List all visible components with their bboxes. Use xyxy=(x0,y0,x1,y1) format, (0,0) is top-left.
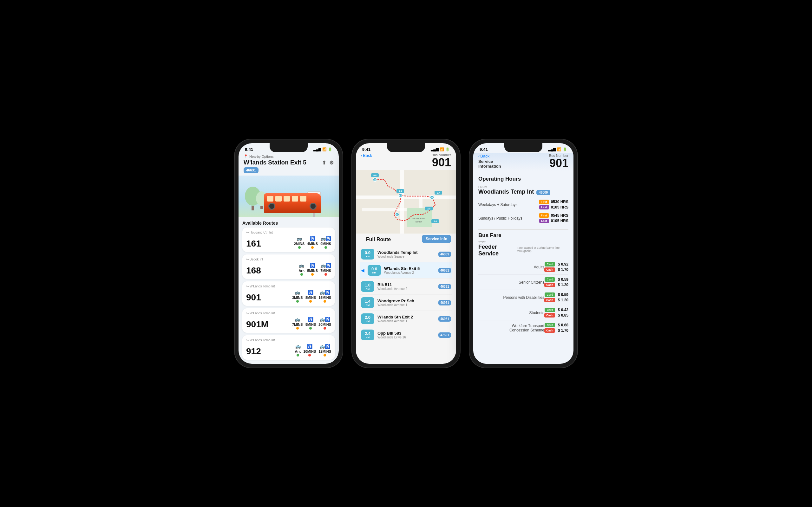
time-val: Arr. xyxy=(299,269,305,273)
fare-prices-workfare: Card $ 0.68 Cash $ 1.70 xyxy=(544,323,568,333)
fare-category-workfare: Workfare Transport Concession Scheme xyxy=(478,324,544,332)
time-val: 7MINS xyxy=(292,323,303,326)
route-dest-912: ↪W'Lands Temp Int xyxy=(246,338,331,342)
sunday-label: Sundays / Public Holidays xyxy=(478,216,522,221)
time-val: 7MINS xyxy=(320,269,331,273)
stop-item-5[interactable]: 2.4 KM Opp Blk 583 Woodlands Drive 16 47… xyxy=(360,327,452,343)
route-times-912: 🚌 Arr. ♿ 10MINS 🚌♿ xyxy=(295,344,331,356)
time-val: 4MINS xyxy=(307,242,318,245)
time-block-1: 🚌 Arr. xyxy=(295,344,301,356)
stop-item-3[interactable]: 1.4 KM Woodgrove Pr Sch Woodlands Avenue… xyxy=(360,295,452,311)
fare-table: Adults Card $ 0.92 Cash $ 1.70 xyxy=(478,260,568,335)
dot xyxy=(311,273,314,276)
signal-icon: ▂▄▆ xyxy=(548,147,556,152)
route-dest-168: ↪Bedok Int xyxy=(246,258,331,261)
route-card-901[interactable]: ↪W'Lands Temp Int 901 🚌 3MINS xyxy=(242,281,335,306)
first-tag-row-2: First 0545 HRS xyxy=(539,213,568,218)
back-button-3[interactable]: ‹ Back xyxy=(478,154,501,158)
time-block-2: ♿ 8MINS xyxy=(305,290,316,302)
bus-wheelchair-icon: 🚌♿ xyxy=(320,263,331,268)
share-icon[interactable]: ⬆ xyxy=(322,160,326,166)
time-val: 9MINS xyxy=(305,323,316,326)
from-label: FROM xyxy=(478,185,568,188)
time-val: 2MINS xyxy=(294,242,305,245)
card-tag: Card xyxy=(545,292,555,297)
time-block-1: 🚌 2MINS xyxy=(294,236,305,249)
stop-code-3: 46971 xyxy=(438,300,451,305)
time-val: 10MINS xyxy=(304,349,316,353)
first-tag-row: First 0530 HRS xyxy=(539,200,568,204)
fare-prices-senior: Card $ 0.59 Cash $ 1.20 xyxy=(544,277,568,287)
route-card-168[interactable]: ↪Bedok Int 168 🚌 Arr. xyxy=(242,255,335,279)
settings-icon[interactable]: ⚙ xyxy=(329,160,334,166)
bus-wheels-row xyxy=(264,204,321,210)
cash-amount-senior: $ 1.20 xyxy=(557,283,568,287)
stop-list: 0.0 KM Woodlands Temp Int Woodlands Squa… xyxy=(356,246,456,364)
svg-text:Woodlands: Woodlands xyxy=(412,217,425,220)
route-card-901m[interactable]: ↪W'Lands Temp Int 901M 🚌 7MINS xyxy=(242,308,335,333)
time-val: 15MINS xyxy=(318,296,331,299)
notch-2 xyxy=(387,143,425,152)
phone2-header: ‹ Back Bus Number 901 xyxy=(356,153,456,170)
time-block-1: 🚌 7MINS xyxy=(292,317,303,330)
km-badge-2: 1.0 KM xyxy=(361,281,374,292)
map-svg: Woodlands South 5.6 1.0 4.1 2.9 0.6 xyxy=(356,170,456,233)
fare-category-pwd: Persons with Disabilities xyxy=(478,295,544,300)
route-card-912[interactable]: ↪W'Lands Temp Int 912 🚌 Arr. xyxy=(242,335,335,360)
fare-prices-adults: Card $ 0.92 Cash $ 1.70 xyxy=(544,262,568,272)
stop-item-0[interactable]: 0.0 KM Woodlands Temp Int Woodlands Squa… xyxy=(360,246,452,262)
svg-rect-1 xyxy=(356,195,456,199)
window xyxy=(292,196,298,202)
fare-type-label: TYPE xyxy=(478,240,568,244)
window xyxy=(300,196,306,202)
time-block-3: 🚌♿ 12MINS xyxy=(318,344,331,356)
bus-windows xyxy=(264,193,321,202)
fare-type-section: TYPE Feeder Service Fare capped at 3.2km… xyxy=(478,240,568,257)
km-badge-1: 0.6 KM xyxy=(368,265,381,276)
wheel-front xyxy=(268,203,275,210)
wifi-icon: 📶 xyxy=(557,147,561,152)
last-hrs-2: 0105 HRS xyxy=(551,219,568,223)
battery-icon: 🔋 xyxy=(445,147,450,152)
cash-tag: Cash xyxy=(544,313,555,318)
phone1-content: 📍 Nearby Options W'lands Station Exit 5 … xyxy=(239,153,339,364)
last-tag: Last xyxy=(539,205,549,210)
back-chevron: ‹ xyxy=(361,153,362,158)
card-amount-workfare: $ 0.68 xyxy=(557,323,568,327)
dot xyxy=(311,246,314,249)
card-amount-pwd: $ 0.59 xyxy=(557,292,568,297)
time-2: 9:41 xyxy=(362,147,370,152)
title-icons: ⬆ ⚙ xyxy=(322,160,334,166)
km-badge-4: 2.0 KM xyxy=(361,314,374,324)
dot xyxy=(309,300,312,302)
sunday-tags: First 0545 HRS Last 0105 HRS xyxy=(539,213,568,223)
from-stop: Woodlands Temp Int 46009 xyxy=(478,188,568,195)
weekday-tags: First 0530 HRS Last 0105 HRS xyxy=(539,200,568,210)
service-info-button[interactable]: Service Info xyxy=(422,235,451,243)
route-times-901m: 🚌 7MINS ♿ 9MINS 🚌♿ xyxy=(292,317,331,330)
bus-number-3: 901 xyxy=(549,158,568,169)
cash-amount-pwd: $ 1.20 xyxy=(557,298,568,302)
svg-text:2.0: 2.0 xyxy=(427,208,430,210)
stop-item-1[interactable]: ◀ 0.6 KM W'lands Stn Exit 5 Woodlands Av… xyxy=(360,262,452,279)
stop-item-2[interactable]: 1.0 KM Blk 511 Woodlands Avenue 2 46331 xyxy=(360,279,452,295)
hours-row-weekday: Weekdays + Saturdays First 0530 HRS Last… xyxy=(478,198,568,211)
dot xyxy=(309,327,312,330)
time-block-2: ♿ 9MINS xyxy=(305,317,316,330)
dot xyxy=(324,273,327,276)
svg-rect-0 xyxy=(356,170,456,233)
route-card-161[interactable]: ↪Hougang Ctrl Int 161 🚌 2MINS xyxy=(242,228,335,252)
back-button-2[interactable]: ‹ Back xyxy=(361,153,372,158)
stop-code-2: 46331 xyxy=(438,284,451,289)
dot xyxy=(298,246,301,249)
notch-3 xyxy=(504,143,542,152)
station-title: W'lands Station Exit 5 xyxy=(244,159,306,166)
dot xyxy=(323,354,326,356)
fare-category-adults: Adults xyxy=(478,265,544,269)
time-block-2: ♿ 4MINS xyxy=(307,236,318,249)
back-left-3: ‹ Back Service Information xyxy=(478,154,501,169)
full-route-title: Full Route xyxy=(361,233,396,244)
cash-tag: Cash xyxy=(544,283,555,287)
time-block-3: 🚌♿ 15MINS xyxy=(318,290,331,302)
stop-item-4[interactable]: 2.0 KM W'lands Sth Exit 2 Woodlands Aven… xyxy=(360,311,452,327)
